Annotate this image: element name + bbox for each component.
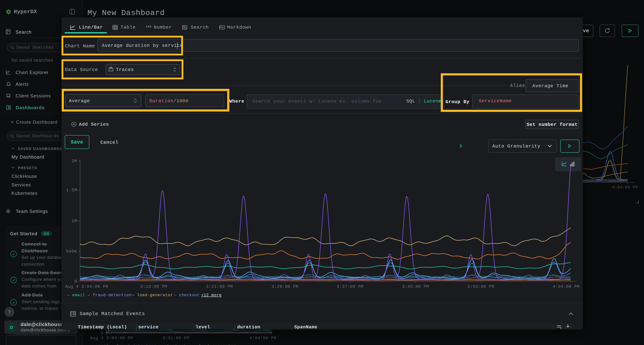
svg-text:2M: 2M xyxy=(72,159,77,164)
svg-text:1.5M: 1.5M xyxy=(66,188,77,193)
svg-text:Aug 4 3:04:00 PM: Aug 4 3:04:00 PM xyxy=(65,284,108,289)
svg-text:3:29:00 PM: 3:29:00 PM xyxy=(272,284,298,289)
svg-text:— load-generator: — load-generator xyxy=(132,293,173,298)
svg-text:3:45:00 PM: 3:45:00 PM xyxy=(402,284,429,289)
svg-text:500K: 500K xyxy=(66,249,77,254)
svg-text:0: 0 xyxy=(74,279,77,284)
svg-text:3:37:00 PM: 3:37:00 PM xyxy=(337,284,364,289)
svg-text:4:04:00 PM: 4:04:00 PM xyxy=(553,284,580,289)
svg-text:3:13:00 PM: 3:13:00 PM xyxy=(140,284,167,289)
svg-text:— checkout: — checkout xyxy=(174,293,200,298)
svg-text:— email: — email xyxy=(67,293,85,298)
svg-text:1M: 1M xyxy=(72,219,77,223)
svg-text:3:53:00 PM: 3:53:00 PM xyxy=(468,284,494,289)
svg-text:— fraud-detection: — fraud-detection xyxy=(88,293,132,298)
svg-text:3:21:00 PM: 3:21:00 PM xyxy=(206,284,233,289)
svg-text:+12 more: +12 more xyxy=(201,293,222,298)
